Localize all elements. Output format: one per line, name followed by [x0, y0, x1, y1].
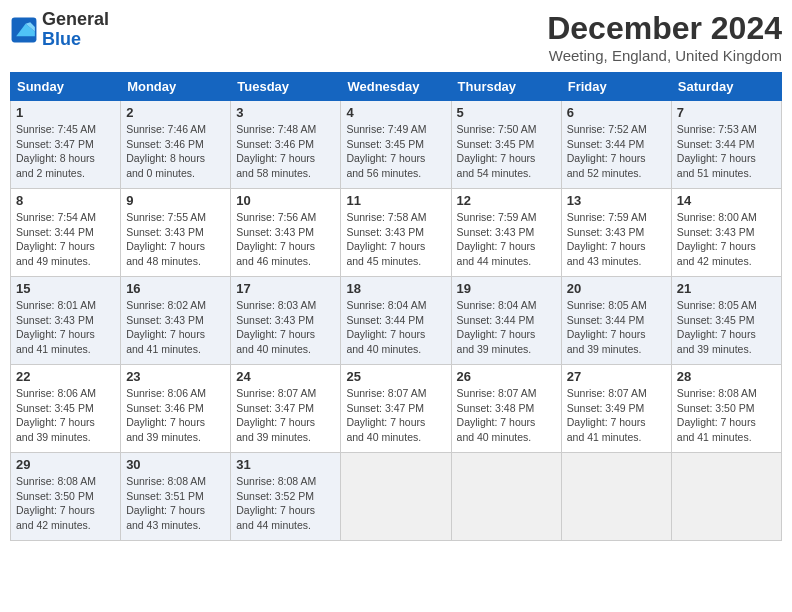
day-info: Sunrise: 8:08 AM Sunset: 3:51 PM Dayligh…	[126, 474, 225, 533]
calendar-cell: 23Sunrise: 8:06 AM Sunset: 3:46 PM Dayli…	[121, 365, 231, 453]
calendar-cell: 24Sunrise: 8:07 AM Sunset: 3:47 PM Dayli…	[231, 365, 341, 453]
day-info: Sunrise: 7:58 AM Sunset: 3:43 PM Dayligh…	[346, 210, 445, 269]
day-info: Sunrise: 7:48 AM Sunset: 3:46 PM Dayligh…	[236, 122, 335, 181]
day-info: Sunrise: 8:08 AM Sunset: 3:50 PM Dayligh…	[16, 474, 115, 533]
calendar-cell: 21Sunrise: 8:05 AM Sunset: 3:45 PM Dayli…	[671, 277, 781, 365]
day-number: 2	[126, 105, 225, 120]
page-header: General Blue December 2024 Weeting, Engl…	[10, 10, 782, 64]
calendar-cell: 28Sunrise: 8:08 AM Sunset: 3:50 PM Dayli…	[671, 365, 781, 453]
day-info: Sunrise: 8:05 AM Sunset: 3:44 PM Dayligh…	[567, 298, 666, 357]
day-number: 29	[16, 457, 115, 472]
day-info: Sunrise: 8:02 AM Sunset: 3:43 PM Dayligh…	[126, 298, 225, 357]
calendar-cell: 29Sunrise: 8:08 AM Sunset: 3:50 PM Dayli…	[11, 453, 121, 541]
day-info: Sunrise: 7:59 AM Sunset: 3:43 PM Dayligh…	[457, 210, 556, 269]
day-number: 22	[16, 369, 115, 384]
header-day-thursday: Thursday	[451, 73, 561, 101]
day-number: 24	[236, 369, 335, 384]
calendar-cell: 4Sunrise: 7:49 AM Sunset: 3:45 PM Daylig…	[341, 101, 451, 189]
calendar-cell: 11Sunrise: 7:58 AM Sunset: 3:43 PM Dayli…	[341, 189, 451, 277]
calendar-cell: 22Sunrise: 8:06 AM Sunset: 3:45 PM Dayli…	[11, 365, 121, 453]
calendar-cell	[561, 453, 671, 541]
calendar-cell	[451, 453, 561, 541]
location-subtitle: Weeting, England, United Kingdom	[547, 47, 782, 64]
calendar-cell: 7Sunrise: 7:53 AM Sunset: 3:44 PM Daylig…	[671, 101, 781, 189]
day-number: 23	[126, 369, 225, 384]
day-info: Sunrise: 8:04 AM Sunset: 3:44 PM Dayligh…	[457, 298, 556, 357]
calendar-cell: 5Sunrise: 7:50 AM Sunset: 3:45 PM Daylig…	[451, 101, 561, 189]
day-number: 26	[457, 369, 556, 384]
header-day-friday: Friday	[561, 73, 671, 101]
calendar-cell: 25Sunrise: 8:07 AM Sunset: 3:47 PM Dayli…	[341, 365, 451, 453]
calendar-week-2: 8Sunrise: 7:54 AM Sunset: 3:44 PM Daylig…	[11, 189, 782, 277]
day-number: 27	[567, 369, 666, 384]
header-day-tuesday: Tuesday	[231, 73, 341, 101]
calendar-cell: 2Sunrise: 7:46 AM Sunset: 3:46 PM Daylig…	[121, 101, 231, 189]
day-number: 6	[567, 105, 666, 120]
day-number: 3	[236, 105, 335, 120]
day-number: 21	[677, 281, 776, 296]
calendar-cell: 14Sunrise: 8:00 AM Sunset: 3:43 PM Dayli…	[671, 189, 781, 277]
logo-text: General Blue	[42, 10, 109, 50]
calendar-cell	[671, 453, 781, 541]
day-number: 19	[457, 281, 556, 296]
calendar-cell: 6Sunrise: 7:52 AM Sunset: 3:44 PM Daylig…	[561, 101, 671, 189]
header-day-monday: Monday	[121, 73, 231, 101]
day-number: 12	[457, 193, 556, 208]
calendar-week-1: 1Sunrise: 7:45 AM Sunset: 3:47 PM Daylig…	[11, 101, 782, 189]
header-day-sunday: Sunday	[11, 73, 121, 101]
day-info: Sunrise: 7:45 AM Sunset: 3:47 PM Dayligh…	[16, 122, 115, 181]
calendar-cell: 30Sunrise: 8:08 AM Sunset: 3:51 PM Dayli…	[121, 453, 231, 541]
day-info: Sunrise: 8:03 AM Sunset: 3:43 PM Dayligh…	[236, 298, 335, 357]
calendar-header: SundayMondayTuesdayWednesdayThursdayFrid…	[11, 73, 782, 101]
day-number: 9	[126, 193, 225, 208]
calendar-table: SundayMondayTuesdayWednesdayThursdayFrid…	[10, 72, 782, 541]
day-number: 5	[457, 105, 556, 120]
calendar-cell: 16Sunrise: 8:02 AM Sunset: 3:43 PM Dayli…	[121, 277, 231, 365]
day-info: Sunrise: 8:07 AM Sunset: 3:48 PM Dayligh…	[457, 386, 556, 445]
day-info: Sunrise: 7:54 AM Sunset: 3:44 PM Dayligh…	[16, 210, 115, 269]
logo-icon	[10, 16, 38, 44]
day-info: Sunrise: 8:04 AM Sunset: 3:44 PM Dayligh…	[346, 298, 445, 357]
day-number: 31	[236, 457, 335, 472]
day-number: 10	[236, 193, 335, 208]
day-info: Sunrise: 8:07 AM Sunset: 3:49 PM Dayligh…	[567, 386, 666, 445]
calendar-cell: 18Sunrise: 8:04 AM Sunset: 3:44 PM Dayli…	[341, 277, 451, 365]
header-day-wednesday: Wednesday	[341, 73, 451, 101]
calendar-cell: 15Sunrise: 8:01 AM Sunset: 3:43 PM Dayli…	[11, 277, 121, 365]
day-info: Sunrise: 8:07 AM Sunset: 3:47 PM Dayligh…	[236, 386, 335, 445]
day-number: 15	[16, 281, 115, 296]
calendar-cell: 10Sunrise: 7:56 AM Sunset: 3:43 PM Dayli…	[231, 189, 341, 277]
day-info: Sunrise: 8:01 AM Sunset: 3:43 PM Dayligh…	[16, 298, 115, 357]
day-number: 1	[16, 105, 115, 120]
day-number: 14	[677, 193, 776, 208]
day-info: Sunrise: 8:08 AM Sunset: 3:50 PM Dayligh…	[677, 386, 776, 445]
calendar-week-5: 29Sunrise: 8:08 AM Sunset: 3:50 PM Dayli…	[11, 453, 782, 541]
day-info: Sunrise: 7:49 AM Sunset: 3:45 PM Dayligh…	[346, 122, 445, 181]
calendar-cell: 27Sunrise: 8:07 AM Sunset: 3:49 PM Dayli…	[561, 365, 671, 453]
day-number: 20	[567, 281, 666, 296]
month-title: December 2024	[547, 10, 782, 47]
calendar-cell: 17Sunrise: 8:03 AM Sunset: 3:43 PM Dayli…	[231, 277, 341, 365]
header-row: SundayMondayTuesdayWednesdayThursdayFrid…	[11, 73, 782, 101]
calendar-cell: 13Sunrise: 7:59 AM Sunset: 3:43 PM Dayli…	[561, 189, 671, 277]
day-info: Sunrise: 7:52 AM Sunset: 3:44 PM Dayligh…	[567, 122, 666, 181]
day-info: Sunrise: 8:00 AM Sunset: 3:43 PM Dayligh…	[677, 210, 776, 269]
day-info: Sunrise: 7:59 AM Sunset: 3:43 PM Dayligh…	[567, 210, 666, 269]
calendar-week-3: 15Sunrise: 8:01 AM Sunset: 3:43 PM Dayli…	[11, 277, 782, 365]
day-number: 11	[346, 193, 445, 208]
day-info: Sunrise: 7:56 AM Sunset: 3:43 PM Dayligh…	[236, 210, 335, 269]
day-number: 30	[126, 457, 225, 472]
header-day-saturday: Saturday	[671, 73, 781, 101]
day-number: 13	[567, 193, 666, 208]
day-info: Sunrise: 7:53 AM Sunset: 3:44 PM Dayligh…	[677, 122, 776, 181]
calendar-cell: 12Sunrise: 7:59 AM Sunset: 3:43 PM Dayli…	[451, 189, 561, 277]
day-number: 16	[126, 281, 225, 296]
day-info: Sunrise: 7:46 AM Sunset: 3:46 PM Dayligh…	[126, 122, 225, 181]
day-info: Sunrise: 8:06 AM Sunset: 3:45 PM Dayligh…	[16, 386, 115, 445]
day-info: Sunrise: 8:08 AM Sunset: 3:52 PM Dayligh…	[236, 474, 335, 533]
calendar-cell: 31Sunrise: 8:08 AM Sunset: 3:52 PM Dayli…	[231, 453, 341, 541]
calendar-cell	[341, 453, 451, 541]
day-info: Sunrise: 8:05 AM Sunset: 3:45 PM Dayligh…	[677, 298, 776, 357]
day-info: Sunrise: 7:55 AM Sunset: 3:43 PM Dayligh…	[126, 210, 225, 269]
logo: General Blue	[10, 10, 109, 50]
